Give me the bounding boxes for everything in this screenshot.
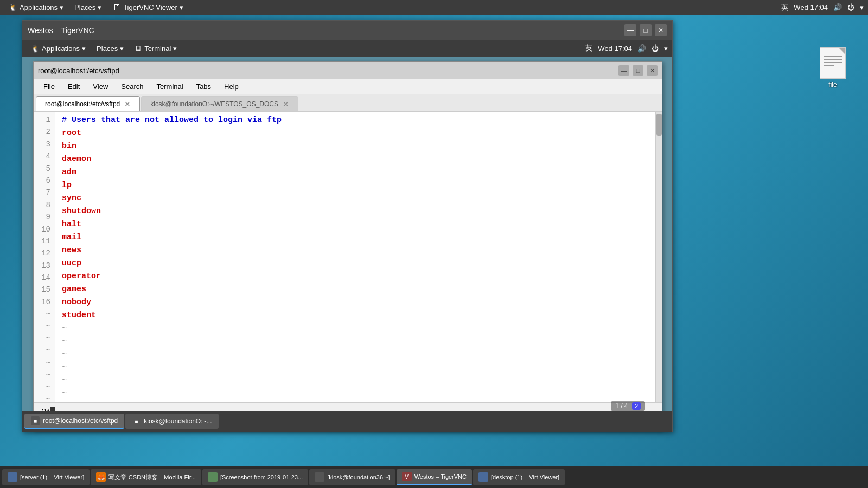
power-icon[interactable]: ⏻ (847, 3, 854, 11)
editor-content[interactable]: # Users that are not allowed to login vi… (55, 112, 655, 402)
places-chevron-icon: ▾ (98, 3, 101, 11)
inner-task-vsftpd-icon: ■ (31, 416, 40, 425)
os-task-kiosk-label: [kiosk@foundation36:~] (327, 474, 390, 480)
line-6: lp (62, 179, 649, 192)
inner-terminal-menu[interactable]: 🖥 Terminal ▾ (130, 43, 181, 54)
line-13: operator (62, 270, 649, 283)
tab-vsftpd-close[interactable]: ✕ (124, 100, 131, 108)
vnc-maximize-button[interactable]: □ (640, 24, 652, 36)
terminal-close-button[interactable]: ✕ (647, 65, 658, 76)
terminal-minimize-button[interactable]: — (618, 65, 629, 76)
inner-terminal-label: Terminal (144, 44, 171, 53)
file-icon-image (820, 47, 846, 79)
inner-task-kiosk-label: kiosk@foundationO:~... (144, 418, 212, 425)
os-task-kiosk[interactable]: [kiosk@foundation36:~] (309, 469, 395, 485)
tilde-6: ~ (62, 387, 649, 400)
os-task-tigervnc[interactable]: V Westos – TigerVNC (397, 469, 472, 485)
inner-places-chevron-icon: ▾ (120, 44, 124, 53)
menu-edit[interactable]: Edit (62, 81, 85, 92)
system-time: Wed 17:04 (794, 3, 828, 11)
inner-task-kiosk-icon: ■ (132, 417, 141, 426)
terminal-maximize-button[interactable]: □ (633, 65, 643, 76)
inner-terminal-chevron-icon: ▾ (173, 44, 177, 53)
os-task-desktop-icon (478, 472, 488, 482)
inner-topbar-left: 🐧 Applications ▾ Places ▾ 🖥 Terminal ▾ (27, 43, 181, 54)
menu-terminal[interactable]: Terminal (151, 81, 189, 92)
os-task-server[interactable]: [server (1) – Virt Viewer] (2, 469, 90, 485)
settings-icon[interactable]: ▾ (860, 3, 864, 11)
vnc-chevron-icon: ▾ (180, 3, 183, 11)
tab-vsftpd-label: root@localhost:/etc/vsftpd (45, 100, 120, 108)
line-15: nobody (62, 296, 649, 309)
system-vnc-app[interactable]: 🖥 TigerVNC Viewer ▾ (108, 2, 188, 14)
inner-places-menu[interactable]: Places ▾ (92, 43, 128, 54)
inner-settings-chevron-icon[interactable]: ▾ (664, 44, 668, 53)
terminal-scrollbar[interactable] (655, 112, 662, 402)
line-9: halt (62, 218, 649, 231)
apps-icon: 🐧 (9, 3, 17, 11)
tilde-4: ~ (62, 361, 649, 374)
os-task-desktop[interactable]: [desktop (1) – Virt Viewer] (473, 469, 565, 485)
system-places-menu[interactable]: Places ▾ (70, 2, 106, 12)
editor-area[interactable]: 1 2 3 4 5 6 7 8 9 10 11 12 13 14 (34, 112, 662, 402)
tab-westos-close[interactable]: ✕ (283, 100, 289, 108)
line-11: news (62, 244, 649, 257)
menu-view[interactable]: View (87, 81, 113, 92)
line-3: bin (62, 140, 649, 153)
os-task-tigervnc-icon: V (402, 472, 412, 481)
vnc-window-title: Westos – TigerVNC (28, 26, 94, 35)
vnc-app-label: TigerVNC Viewer (123, 3, 177, 11)
os-task-screenshot[interactable]: [Screenshot from 2019-01-23... (202, 469, 308, 485)
tab-westos-label: kiosk@foundationO:~/WESTOS_OS_DOCS (150, 100, 278, 108)
os-task-firefox[interactable]: 🦊 写文章-CSDN博客 – Mozilla Fir... (91, 469, 201, 485)
vnc-inner-desktop: 🐧 Applications ▾ Places ▾ 🖥 Terminal ▾ (22, 40, 672, 432)
inner-taskbar-item-kiosk[interactable]: ■ kiosk@foundationO:~... (125, 414, 218, 429)
system-bar: 🐧 Applications ▾ Places ▾ 🖥 TigerVNC Vie… (0, 0, 868, 15)
vnc-minimize-button[interactable]: — (624, 24, 636, 36)
line-5: adm (62, 166, 649, 179)
menu-file[interactable]: File (38, 81, 60, 92)
inner-power-icon[interactable]: ⏻ (652, 44, 659, 53)
menu-search[interactable]: Search (116, 81, 149, 92)
inner-lang[interactable]: 英 (585, 43, 592, 53)
volume-icon[interactable]: 🔊 (833, 3, 842, 11)
tab-vsftpd[interactable]: root@localhost:/etc/vsftpd ✕ (36, 96, 140, 111)
system-lang[interactable]: 英 (781, 3, 788, 12)
inner-places-label: Places (97, 44, 118, 53)
menu-bar: File Edit View Search Terminal Tabs Help (34, 79, 662, 94)
inner-taskbar-item-vsftpd[interactable]: ■ root@localhost:/etc/vsftpd (24, 414, 124, 429)
scroll-thumb[interactable] (656, 114, 662, 136)
line-16: student (62, 309, 649, 322)
tilde-5: ~ (62, 374, 649, 387)
terminal-window: root@localhost:/etc/vsftpd — □ ✕ File Ed… (33, 61, 662, 430)
system-applications-menu[interactable]: 🐧 Applications ▾ (4, 2, 68, 12)
line-numbers: 1 2 3 4 5 6 7 8 9 10 11 12 13 14 (34, 112, 55, 402)
os-task-server-label: [server (1) – Virt Viewer] (20, 474, 84, 480)
vnc-titlebar-controls: — □ ✕ (624, 24, 667, 36)
tab-westos[interactable]: kiosk@foundationO:~/WESTOS_OS_DOCS ✕ (141, 96, 298, 111)
vnc-close-button[interactable]: ✕ (655, 24, 667, 36)
inner-taskbar: ■ root@localhost:/etc/vsftpd ■ kiosk@fou… (22, 411, 672, 432)
os-task-server-icon (8, 472, 17, 482)
tilde-2: ~ (62, 335, 649, 348)
inner-terminal-icon: 🖥 (135, 44, 142, 53)
tilde-7: ~ (62, 400, 649, 402)
vnc-window: Westos – TigerVNC — □ ✕ 🐧 Applications ▾ (22, 20, 673, 432)
file-icon-lines (824, 56, 842, 67)
tilde-3: ~ (62, 348, 649, 361)
page-num-badge: 2 (632, 402, 641, 410)
desktop-file-icon[interactable]: file (814, 47, 852, 88)
menu-tabs[interactable]: Tabs (191, 81, 216, 92)
os-task-firefox-icon: 🦊 (96, 472, 106, 482)
page-info: 1 / 4 (615, 402, 628, 410)
inner-topbar-right: 英 Wed 17:04 🔊 ⏻ ▾ (585, 43, 668, 53)
menu-help[interactable]: Help (219, 81, 244, 92)
inner-volume-icon[interactable]: 🔊 (637, 44, 646, 53)
line-14: games (62, 283, 649, 296)
desktop: file Westos – TigerVNC — □ ✕ 🐧 Applicati… (0, 15, 868, 466)
inner-apps-menu[interactable]: 🐧 Applications ▾ (27, 43, 90, 54)
os-task-firefox-label: 写文章-CSDN博客 – Mozilla Fir... (108, 473, 196, 481)
tilde-1: ~ (62, 322, 649, 335)
apps-label: Applications (20, 3, 58, 11)
inner-apps-chevron-icon: ▾ (82, 44, 86, 53)
